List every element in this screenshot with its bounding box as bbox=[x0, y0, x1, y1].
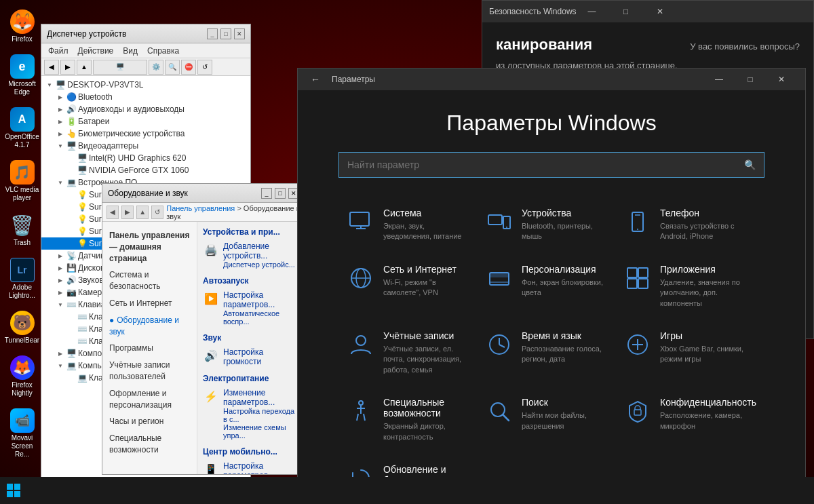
desktop-icon-openoffice[interactable]: A OpenOffice 4.1.7 bbox=[2, 104, 43, 152]
tree-video[interactable]: ▼ 🖥️ Видеоадаптеры bbox=[41, 140, 250, 152]
dm-menu-action[interactable]: Действие bbox=[74, 45, 118, 57]
settings-search-bar[interactable]: 🔍 bbox=[338, 152, 764, 178]
tree-nvidia[interactable]: 🖥️ NVIDIA GeForce GTX 1060 bbox=[41, 164, 250, 176]
cp-sidebar-programs[interactable]: Программы bbox=[102, 340, 197, 357]
cp-sidebar-network[interactable]: Сеть и Интернет bbox=[102, 295, 197, 312]
desktop-icon-firefox[interactable]: 🦊 Firefox bbox=[2, 7, 43, 46]
desktop-icon-trash[interactable]: 🗑️ Trash bbox=[2, 210, 43, 250]
expand-surface-touch[interactable] bbox=[66, 226, 77, 237]
dm-menu-file[interactable]: Файл bbox=[44, 45, 73, 57]
settings-card-gaming[interactable]: Игры Xbox Game Bar, снимки, режим игры bbox=[615, 321, 764, 385]
settings-card-devices[interactable]: Устройства Bluetooth, принтеры, мышь bbox=[477, 198, 613, 252]
expand-surface-me[interactable] bbox=[66, 201, 77, 212]
desktop-icon-nightly[interactable]: 🦊 Firefox Nightly bbox=[2, 353, 43, 400]
dm-back-btn[interactable]: ◀ bbox=[44, 60, 59, 75]
cp-autoplay-link[interactable]: Автоматическое воспр... bbox=[223, 309, 299, 326]
cp-sidebar-clock[interactable]: Часы и регион bbox=[102, 413, 197, 430]
dm-toolbar-btn5[interactable]: ↺ bbox=[197, 60, 212, 75]
cp-up-btn[interactable]: ▲ bbox=[136, 206, 149, 219]
cp-minimize-btn[interactable]: _ bbox=[261, 188, 272, 199]
security-minimize-btn[interactable]: — bbox=[577, 1, 608, 22]
cp-devmanager-link[interactable]: Диспетчер устройс... bbox=[223, 260, 299, 269]
dm-minimize-btn[interactable]: _ bbox=[207, 28, 218, 39]
expand-surface-sys[interactable] bbox=[66, 214, 77, 225]
settings-card-time[interactable]: Время и язык Распознавание голоса, регио… bbox=[477, 321, 613, 385]
dm-toolbar-btn1[interactable]: 🖥️ bbox=[93, 60, 147, 75]
security-maximize-btn[interactable]: □ bbox=[610, 1, 642, 22]
dm-toolbar-btn4[interactable]: ⛔ bbox=[181, 60, 196, 75]
cp-mobile-link[interactable]: Настройка параметров... bbox=[223, 461, 299, 474]
security-close-btn[interactable]: ✕ bbox=[644, 1, 676, 22]
expand-bluetooth[interactable]: ▶ bbox=[55, 92, 66, 102]
settings-card-privacy[interactable]: Конфиденциальность Расположение, камера,… bbox=[615, 387, 764, 452]
expand-video[interactable]: ▼ bbox=[55, 140, 66, 151]
desktop-icon-tunnelbear[interactable]: 🐻 TunnelBear bbox=[2, 308, 43, 347]
cp-maximize-btn[interactable]: □ bbox=[275, 188, 286, 199]
expand-keyboard[interactable]: ▼ bbox=[55, 299, 66, 310]
expand-cameras[interactable]: ▶ bbox=[55, 287, 66, 298]
expand-intel[interactable] bbox=[66, 153, 77, 163]
expand-icon[interactable]: ▼ bbox=[44, 79, 55, 90]
expand-sensors[interactable]: ▶ bbox=[55, 250, 66, 261]
settings-search-input[interactable] bbox=[347, 159, 744, 170]
expand-firmware[interactable]: ▼ bbox=[55, 177, 66, 188]
cp-autorun-link[interactable]: Настройка параметров... bbox=[223, 290, 299, 309]
settings-card-system[interactable]: Система Экран, звук, уведомления, питани… bbox=[338, 198, 474, 252]
cp-sidebar-system[interactable]: Система и безопасность bbox=[102, 267, 197, 295]
dm-window-controls[interactable]: _ □ ✕ bbox=[207, 28, 245, 39]
start-button[interactable] bbox=[0, 477, 27, 504]
dm-menu-view[interactable]: Вид bbox=[119, 45, 142, 57]
cp-forward-btn[interactable]: ▶ bbox=[121, 206, 134, 219]
cp-breadcrumb-home[interactable]: Панель управления bbox=[166, 204, 235, 212]
expand-disks[interactable]: ▶ bbox=[55, 263, 66, 273]
tree-bluetooth[interactable]: ▶ 🔵 Bluetooth bbox=[41, 91, 250, 103]
expand-nvidia[interactable] bbox=[66, 165, 77, 176]
settings-close-btn[interactable]: ✕ bbox=[766, 69, 797, 90]
tree-intel[interactable]: 🖥️ Intel(R) UHD Graphics 620 bbox=[41, 152, 250, 164]
cp-window-controls[interactable]: _ □ ✕ bbox=[261, 188, 299, 199]
settings-card-accounts[interactable]: Учётные записи Учётные записи, ел. почта… bbox=[338, 321, 474, 385]
expand-computers[interactable]: ▼ bbox=[55, 360, 66, 371]
cp-sleep-link[interactable]: Настройка перехода в с... bbox=[223, 407, 299, 423]
dm-close-btn[interactable]: ✕ bbox=[234, 28, 245, 39]
expand-battery[interactable]: ▶ bbox=[55, 116, 66, 127]
tree-audio[interactable]: ▶ 🔊 Аудиовходы и аудиовыходы bbox=[41, 103, 250, 115]
settings-card-accessibility[interactable]: Специальные возможности Экранный диктор,… bbox=[338, 387, 474, 452]
cp-sidebar-home[interactable]: Панель управления — домашняя страница bbox=[102, 227, 197, 267]
settings-card-apps[interactable]: Приложения Удаление, значения по умолчан… bbox=[615, 254, 764, 318]
tree-item-computer[interactable]: ▼ 🖥️ DESKTOP-VP3VT3L bbox=[41, 79, 250, 91]
settings-card-network[interactable]: Сеть и Интернет Wi-Fi, режим "в самолете… bbox=[338, 254, 474, 318]
cp-power-link[interactable]: Изменение параметров... bbox=[223, 388, 299, 407]
cp-sidebar-accessibility[interactable]: Специальные возможности bbox=[102, 430, 197, 459]
desktop-icon-vlc[interactable]: 🎵 VLC media player bbox=[2, 157, 43, 205]
dm-maximize-btn[interactable]: □ bbox=[220, 28, 231, 39]
tree-biometric[interactable]: ▶ 👆 Биометрические устройства bbox=[41, 128, 250, 140]
expand-audio[interactable]: ▶ bbox=[55, 104, 66, 115]
dm-forward-btn[interactable]: ▶ bbox=[60, 60, 75, 75]
cp-devices-link[interactable]: Добавление устройств... bbox=[223, 241, 299, 260]
settings-card-phone[interactable]: Телефон Связать устройство с Android, iP… bbox=[615, 198, 764, 252]
tree-battery[interactable]: ▶ 🔋 Батареи bbox=[41, 115, 250, 128]
expand-biometric[interactable]: ▶ bbox=[55, 128, 66, 139]
dm-menu-help[interactable]: Справка bbox=[143, 45, 183, 57]
cp-back-btn[interactable]: ◀ bbox=[106, 206, 119, 219]
dm-up-btn[interactable]: ▲ bbox=[77, 60, 92, 75]
cp-reload-btn[interactable]: ↺ bbox=[151, 206, 163, 219]
desktop-icon-movavi[interactable]: 📹 Movavi Screen Re... bbox=[2, 406, 43, 461]
settings-card-personalization[interactable]: Персонализация Фон, экран блокировки, цв… bbox=[477, 254, 613, 318]
dm-toolbar-btn3[interactable]: 🔍 bbox=[165, 60, 180, 75]
settings-maximize-btn[interactable]: □ bbox=[735, 69, 766, 90]
expand-sound[interactable]: ▶ bbox=[55, 275, 66, 286]
settings-window-controls[interactable]: — □ ✕ bbox=[703, 69, 797, 90]
desktop-icon-lightroom[interactable]: Lr Adobe Lightro... bbox=[2, 255, 43, 303]
cp-sidebar-hardware[interactable]: ●Оборудование и звук bbox=[102, 312, 197, 341]
cp-scheme-link[interactable]: Изменение схемы упра... bbox=[223, 423, 299, 440]
cp-sidebar-accounts[interactable]: Учётные записи пользователей bbox=[102, 357, 197, 385]
settings-card-search[interactable]: Поиск Найти мои файлы, разрешения bbox=[477, 387, 613, 452]
cp-volume-link[interactable]: Настройка громкости bbox=[223, 347, 299, 366]
expand-surface-x[interactable] bbox=[66, 238, 77, 249]
settings-back-btn[interactable]: ← bbox=[306, 70, 325, 89]
settings-minimize-btn[interactable]: — bbox=[703, 69, 735, 90]
cp-sidebar-appearance[interactable]: Оформление и персонализация bbox=[102, 385, 197, 414]
expand-components[interactable]: ▶ bbox=[55, 348, 66, 359]
